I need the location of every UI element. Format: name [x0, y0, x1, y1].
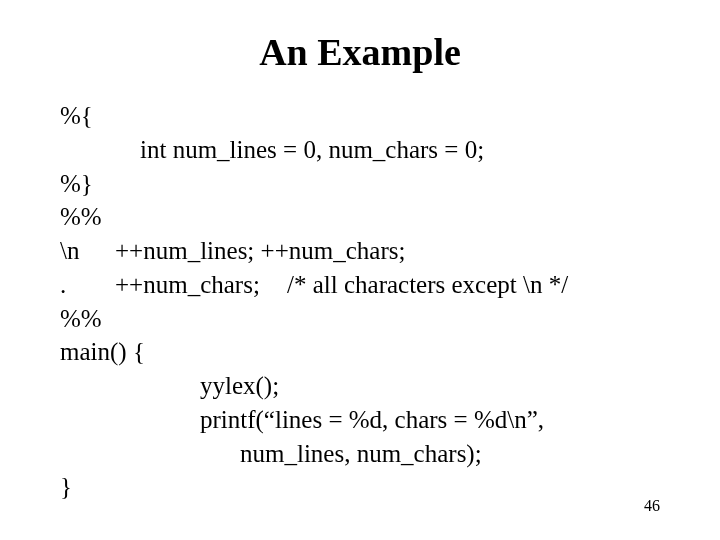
- code-text: yylex();: [200, 372, 279, 399]
- code-line-11: num_lines, num_chars);: [60, 437, 660, 471]
- code-line-1: %{: [60, 99, 660, 133]
- code-text: num_lines, num_chars);: [240, 440, 482, 467]
- code-token: %}: [60, 167, 115, 201]
- code-block: %{ int num_lines = 0, num_chars = 0; %} …: [60, 99, 660, 504]
- code-token: %{: [60, 99, 115, 133]
- code-text: ++num_chars;: [115, 268, 287, 302]
- code-text: int num_lines = 0, num_chars = 0;: [140, 136, 484, 163]
- code-token: %%: [60, 200, 115, 234]
- code-line-12: }: [60, 470, 660, 504]
- code-text: printf(“lines = %d, chars = %d\n”,: [200, 406, 544, 433]
- code-text: ++num_lines; ++num_chars;: [115, 237, 405, 264]
- code-line-3: %}: [60, 167, 660, 201]
- slide-container: An Example %{ int num_lines = 0, num_cha…: [0, 0, 720, 540]
- code-token: %%: [60, 302, 115, 336]
- code-text: }: [60, 473, 72, 500]
- code-comment: /* all characters except \n */: [287, 268, 660, 302]
- code-token: \n: [60, 234, 115, 268]
- code-line-10: printf(“lines = %d, chars = %d\n”,: [60, 403, 660, 437]
- code-line-8: main() {: [60, 335, 660, 369]
- code-text: main() {: [60, 338, 145, 365]
- code-line-6: . ++num_chars; /* all characters except …: [60, 268, 660, 302]
- code-line-2: int num_lines = 0, num_chars = 0;: [60, 133, 660, 167]
- code-line-7: %%: [60, 302, 660, 336]
- code-token: .: [60, 268, 115, 302]
- code-line-5: \n++num_lines; ++num_chars;: [60, 234, 660, 268]
- slide-title: An Example: [60, 30, 660, 74]
- code-line-4: %%: [60, 200, 660, 234]
- code-line-9: yylex();: [60, 369, 660, 403]
- page-number: 46: [644, 497, 660, 515]
